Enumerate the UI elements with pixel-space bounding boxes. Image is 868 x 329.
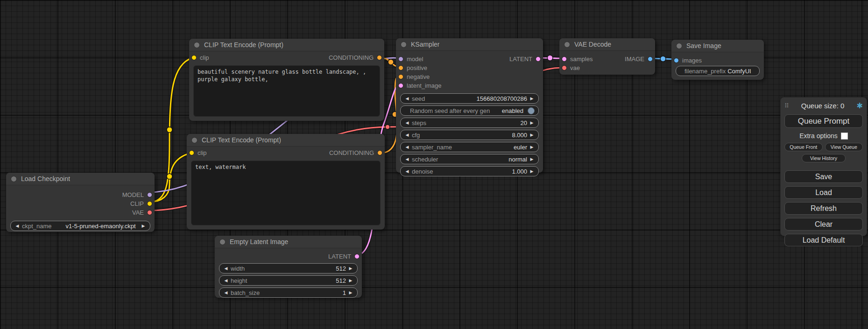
decrement-arrow-icon[interactable]: ◀ — [223, 266, 229, 271]
node-header[interactable]: Save Image — [671, 40, 764, 52]
widget-value: 512 — [336, 277, 346, 284]
increment-arrow-icon[interactable]: ▶ — [141, 224, 146, 228]
node-empty-latent-image[interactable]: Empty Latent Image LATENT ◀ width 512 ▶ … — [215, 236, 362, 298]
widget-random-seed-toggle[interactable]: Random seed after every gen enabled — [400, 105, 539, 116]
decrement-arrow-icon[interactable]: ◀ — [404, 169, 410, 174]
node-save-image[interactable]: Save Image images filename_prefix ComfyU… — [671, 40, 764, 80]
widget-sampler-name[interactable]: ◀ sampler_name euler ▶ — [400, 142, 539, 152]
decrement-arrow-icon[interactable]: ◀ — [404, 133, 410, 137]
widget-width[interactable]: ◀ width 512 ▶ — [219, 263, 358, 273]
widget-scheduler[interactable]: ◀ scheduler normal ▶ — [400, 154, 539, 164]
node-ksampler[interactable]: KSampler model LATENT positive negative … — [396, 38, 543, 173]
input-slot-clip[interactable] — [189, 150, 194, 155]
input-label-model: model — [407, 56, 423, 63]
widget-seed[interactable]: ◀ seed 156680208700286 ▶ — [400, 93, 539, 104]
input-slot-images[interactable] — [674, 58, 679, 63]
node-header[interactable]: Empty Latent Image — [215, 236, 362, 248]
collapse-dot-icon[interactable] — [194, 42, 200, 48]
queue-front-button[interactable]: Queue Front — [784, 143, 823, 151]
increment-arrow-icon[interactable]: ▶ — [529, 120, 535, 125]
output-slot-latent[interactable] — [354, 254, 360, 259]
increment-arrow-icon[interactable]: ▶ — [529, 96, 535, 101]
widget-height[interactable]: ◀ height 512 ▶ — [219, 275, 358, 286]
settings-gear-icon[interactable]: ✱ — [857, 101, 863, 110]
negative-prompt-textarea[interactable]: text, watermark — [191, 161, 381, 225]
widget-denoise[interactable]: ◀ denoise 1.000 ▶ — [400, 166, 539, 176]
load-button[interactable]: Load — [784, 186, 863, 199]
input-slot-negative[interactable] — [398, 74, 403, 79]
widget-label: Random seed after every gen — [410, 107, 490, 114]
output-slot-image[interactable] — [648, 56, 653, 62]
drag-handle-icon[interactable]: ⠿ — [784, 102, 789, 109]
node-title: Empty Latent Image — [230, 238, 288, 245]
node-header[interactable]: CLIP Text Encode (Prompt) — [187, 134, 385, 147]
node-clip-text-encode-negative[interactable]: CLIP Text Encode (Prompt) clip CONDITION… — [187, 134, 385, 230]
increment-arrow-icon[interactable]: ▶ — [529, 169, 535, 174]
save-button[interactable]: Save — [784, 170, 863, 183]
collapse-dot-icon[interactable] — [564, 42, 570, 48]
output-slot-latent[interactable] — [536, 56, 541, 62]
output-slot-vae[interactable] — [147, 210, 152, 215]
increment-arrow-icon[interactable]: ▶ — [529, 157, 535, 161]
decrement-arrow-icon[interactable]: ◀ — [404, 145, 410, 149]
collapse-dot-icon[interactable] — [219, 239, 226, 245]
decrement-arrow-icon[interactable]: ◀ — [404, 157, 410, 161]
collapse-dot-icon[interactable] — [191, 137, 198, 143]
queue-prompt-button[interactable]: Queue Prompt — [784, 114, 863, 128]
widget-label: steps — [412, 119, 426, 126]
widget-value: ComfyUI — [727, 68, 751, 75]
decrement-arrow-icon[interactable]: ◀ — [14, 224, 20, 228]
decrement-arrow-icon[interactable]: ◀ — [223, 290, 229, 295]
widget-value: v1-5-pruned-emaonly.ckpt — [66, 223, 136, 230]
input-slot-samples[interactable] — [562, 56, 567, 62]
load-default-button[interactable]: Load Default — [784, 234, 863, 246]
toggle-enabled-icon[interactable] — [528, 107, 535, 114]
input-slot-clip[interactable] — [191, 55, 197, 60]
output-slot-clip[interactable] — [147, 201, 152, 206]
increment-arrow-icon[interactable]: ▶ — [529, 133, 535, 137]
widget-value: 1.000 — [512, 168, 527, 175]
node-header[interactable]: VAE Decode — [559, 38, 655, 51]
input-slot-model[interactable] — [398, 56, 403, 62]
increment-arrow-icon[interactable]: ▶ — [348, 278, 353, 283]
queue-panel: ⠿ Queue size: 0 ✱ Queue Prompt Extra opt… — [780, 97, 867, 236]
extra-options-checkbox[interactable] — [841, 133, 848, 140]
decrement-arrow-icon[interactable]: ◀ — [404, 120, 410, 125]
output-label-latent: LATENT — [509, 56, 532, 63]
collapse-dot-icon[interactable] — [11, 176, 17, 182]
positive-prompt-textarea[interactable]: beautiful scenery nature glass bottle la… — [193, 65, 380, 117]
decrement-arrow-icon[interactable]: ◀ — [404, 96, 410, 101]
output-slot-conditioning[interactable] — [377, 150, 382, 155]
input-slot-vae[interactable] — [562, 65, 567, 70]
node-load-checkpoint[interactable]: Load Checkpoint MODEL CLIP VAE ◀ ckpt_na… — [6, 173, 155, 232]
increment-arrow-icon[interactable]: ▶ — [529, 145, 535, 149]
input-label-clip: clip — [198, 149, 207, 156]
output-slot-model[interactable] — [147, 192, 152, 197]
collapse-dot-icon[interactable] — [676, 43, 682, 49]
input-slot-latent-image[interactable] — [398, 83, 403, 88]
increment-arrow-icon[interactable]: ▶ — [348, 290, 353, 295]
widget-batch-size[interactable]: ◀ batch_size 1 ▶ — [219, 287, 358, 298]
node-vae-decode[interactable]: VAE Decode samples IMAGE vae — [559, 38, 655, 75]
input-slot-positive[interactable] — [398, 65, 403, 70]
widget-steps[interactable]: ◀ steps 20 ▶ — [400, 118, 539, 128]
output-label-vae: VAE — [132, 209, 144, 216]
node-header[interactable]: CLIP Text Encode (Prompt) — [189, 39, 384, 51]
widget-filename-prefix[interactable]: filename_prefix ComfyUI — [676, 66, 760, 76]
view-history-button[interactable]: View History — [802, 154, 846, 162]
node-graph-canvas[interactable]: Load Checkpoint MODEL CLIP VAE ◀ ckpt_na… — [0, 0, 868, 329]
clear-button[interactable]: Clear — [784, 218, 863, 231]
widget-label: height — [231, 277, 247, 284]
refresh-button[interactable]: Refresh — [784, 202, 863, 215]
decrement-arrow-icon[interactable]: ◀ — [223, 278, 229, 283]
node-clip-text-encode-positive[interactable]: CLIP Text Encode (Prompt) clip CONDITION… — [189, 39, 384, 121]
node-header[interactable]: KSampler — [396, 38, 543, 51]
widget-label: cfg — [412, 132, 420, 139]
increment-arrow-icon[interactable]: ▶ — [348, 266, 353, 271]
node-header[interactable]: Load Checkpoint — [6, 173, 155, 185]
view-queue-button[interactable]: View Queue — [825, 143, 863, 151]
widget-cfg[interactable]: ◀ cfg 8.000 ▶ — [400, 130, 539, 140]
widget-ckpt-name[interactable]: ◀ ckpt_name v1-5-pruned-emaonly.ckpt ▶ — [10, 221, 150, 231]
collapse-dot-icon[interactable] — [401, 42, 407, 48]
output-slot-conditioning[interactable] — [377, 55, 382, 60]
